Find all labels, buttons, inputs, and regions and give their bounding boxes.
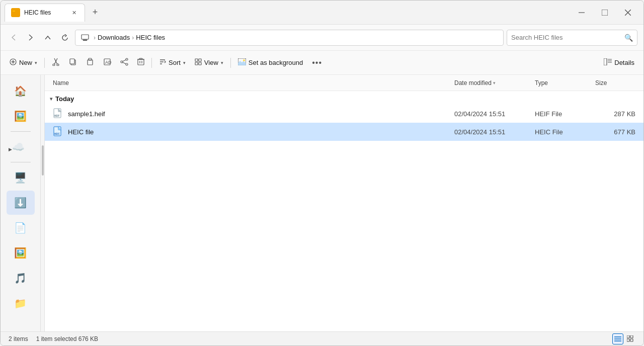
forward-button[interactable] bbox=[24, 31, 38, 45]
svg-rect-37 bbox=[199, 59, 201, 61]
set-background-label: Set as background bbox=[249, 59, 303, 66]
svg-rect-4 bbox=[602, 10, 608, 16]
svg-rect-20 bbox=[89, 58, 92, 60]
paste-button[interactable] bbox=[82, 55, 98, 71]
list-view-button[interactable] bbox=[612, 333, 623, 344]
sidebar-item-documents[interactable]: 📄 bbox=[7, 216, 35, 240]
delete-button[interactable] bbox=[133, 55, 148, 71]
sort-label: Sort bbox=[169, 59, 181, 66]
breadcrumb-heic-files[interactable]: HEIC files bbox=[136, 34, 165, 41]
svg-point-25 bbox=[126, 63, 128, 65]
up-button[interactable] bbox=[41, 31, 55, 45]
sidebar-item-folder[interactable]: 📁 bbox=[7, 291, 35, 315]
file-type-sample1: HEIF File bbox=[535, 110, 595, 118]
search-input[interactable] bbox=[511, 34, 621, 41]
file-size-heic: 677 KB bbox=[595, 128, 635, 136]
group-chevron-icon[interactable]: ▾ bbox=[50, 96, 52, 102]
cut-button[interactable] bbox=[48, 55, 64, 71]
group-label: Today bbox=[55, 95, 74, 103]
new-button[interactable]: New ▾ bbox=[6, 55, 41, 71]
col-header-name[interactable]: Name bbox=[53, 79, 454, 86]
svg-rect-7 bbox=[82, 35, 89, 39]
sidebar-item-pictures[interactable]: 🖼️ bbox=[7, 241, 35, 265]
tab-close-button[interactable]: ✕ bbox=[69, 8, 78, 17]
view-toggle bbox=[612, 333, 635, 344]
svg-rect-30 bbox=[139, 58, 142, 59]
file-list-area: Name Date modified ▾ Type Size bbox=[45, 75, 643, 331]
svg-line-27 bbox=[123, 62, 126, 64]
sidebar-wrapper: 🏠 🖼️ ▶ ☁️ 🖥️ bbox=[1, 75, 45, 331]
breadcrumb[interactable]: › Downloads › HEIC files bbox=[75, 30, 504, 46]
rename-button[interactable]: AD bbox=[99, 55, 115, 71]
sidebar-item-onedrive[interactable]: ☁️ bbox=[4, 135, 32, 159]
sort-icon bbox=[159, 58, 166, 67]
sort-button[interactable]: Sort ▾ bbox=[155, 55, 190, 71]
sidebar-scrollbar[interactable] bbox=[41, 75, 45, 331]
share-icon bbox=[120, 58, 128, 67]
sidebar-item-desktop[interactable]: 🖥️ bbox=[7, 165, 35, 190]
svg-rect-36 bbox=[195, 59, 198, 61]
gallery-icon: 🖼️ bbox=[14, 110, 27, 122]
sidebar-item-gallery[interactable]: 🖼️ bbox=[7, 104, 35, 128]
title-bar: HEIC files ✕ + bbox=[1, 1, 643, 25]
close-button[interactable] bbox=[616, 5, 639, 21]
breadcrumb-sep-1: › bbox=[94, 34, 96, 41]
minimize-button[interactable] bbox=[570, 5, 593, 21]
svg-rect-18 bbox=[70, 59, 74, 64]
sidebar-item-music[interactable]: 🎵 bbox=[7, 266, 35, 290]
window-controls bbox=[570, 5, 639, 21]
col-header-date[interactable]: Date modified ▾ bbox=[454, 79, 535, 86]
search-icon[interactable]: 🔍 bbox=[624, 34, 633, 42]
sort-chevron-icon: ▾ bbox=[183, 60, 186, 65]
new-chevron-icon: ▾ bbox=[35, 60, 37, 65]
file-type-heic: HEIC File bbox=[535, 128, 595, 136]
sidebar-item-home[interactable]: 🏠 bbox=[7, 79, 35, 103]
more-icon: ••• bbox=[312, 58, 322, 67]
copy-button[interactable] bbox=[65, 55, 81, 71]
new-label: New bbox=[19, 59, 32, 66]
cloud-icon: ☁️ bbox=[12, 141, 25, 153]
details-label: Details bbox=[614, 59, 634, 66]
file-row-heic[interactable]: HEIC HEIC file 02/04/2024 15:51 HEIC Fil… bbox=[45, 123, 643, 141]
more-button[interactable]: ••• bbox=[308, 55, 326, 71]
col-header-type[interactable]: Type bbox=[535, 79, 595, 86]
new-tab-button[interactable]: + bbox=[87, 5, 103, 21]
svg-point-16 bbox=[57, 64, 59, 66]
file-row-sample1[interactable]: HEIF sample1.heif 02/04/2024 15:51 HEIF … bbox=[45, 105, 643, 123]
view-icon bbox=[195, 58, 202, 67]
view-button[interactable]: View ▾ bbox=[191, 55, 227, 71]
new-icon bbox=[10, 58, 17, 67]
selection-info: 1 item selected 676 KB bbox=[36, 335, 98, 342]
sidebar-sep-1 bbox=[11, 131, 31, 132]
toolbar: New ▾ AD bbox=[1, 51, 643, 75]
group-today: ▾ Today bbox=[45, 91, 643, 105]
desktop-icon: 🖥️ bbox=[14, 171, 27, 184]
folder-icon: 📁 bbox=[14, 297, 27, 309]
music-icon: 🎵 bbox=[14, 272, 27, 284]
copy-icon bbox=[69, 58, 77, 67]
file-heif-icon: HEIF bbox=[53, 108, 64, 119]
search-box[interactable]: 🔍 bbox=[507, 30, 637, 46]
view-chevron-icon: ▾ bbox=[221, 60, 223, 65]
rename-icon: AD bbox=[103, 58, 111, 67]
sidebar-scroll-thumb[interactable] bbox=[42, 145, 44, 176]
maximize-button[interactable] bbox=[593, 5, 616, 21]
set-background-button[interactable]: Set as background bbox=[234, 55, 307, 71]
svg-rect-55 bbox=[627, 335, 629, 338]
grid-view-button[interactable] bbox=[624, 333, 635, 344]
documents-icon: 📄 bbox=[14, 222, 27, 234]
file-name-sample1: sample1.heif bbox=[68, 110, 454, 118]
breadcrumb-downloads[interactable]: Downloads bbox=[98, 34, 130, 41]
col-header-size[interactable]: Size bbox=[595, 79, 635, 86]
explorer-window: HEIC files ✕ + bbox=[0, 0, 644, 346]
sidebar-item-downloads[interactable]: ⬇️ bbox=[7, 191, 35, 215]
share-button[interactable] bbox=[116, 55, 132, 71]
active-tab[interactable]: HEIC files ✕ bbox=[5, 4, 85, 22]
downloads-icon: ⬇️ bbox=[14, 197, 27, 209]
toolbar-sep-1 bbox=[44, 58, 45, 68]
refresh-button[interactable] bbox=[58, 31, 72, 45]
details-button[interactable]: Details bbox=[600, 55, 638, 71]
sidebar: 🏠 🖼️ ▶ ☁️ 🖥️ bbox=[1, 75, 41, 331]
back-button[interactable] bbox=[7, 31, 21, 45]
delete-icon bbox=[137, 58, 144, 67]
